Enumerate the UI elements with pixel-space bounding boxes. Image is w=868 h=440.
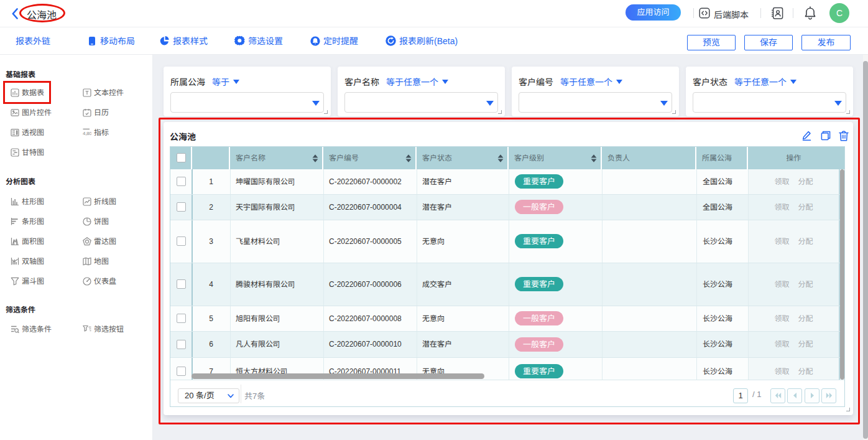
svg-text:4,80: 4,80 (83, 131, 91, 136)
